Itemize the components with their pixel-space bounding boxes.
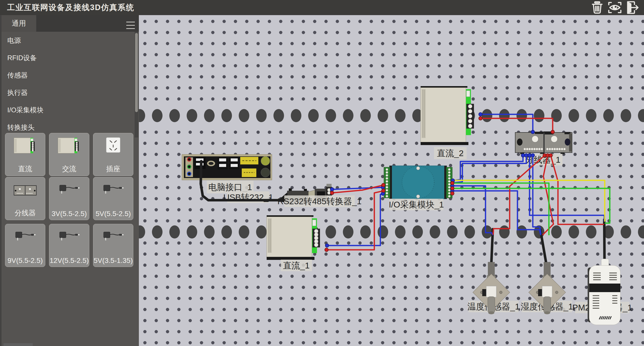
palette-card-label: 9V(5.5-2.5) — [5, 257, 45, 265]
connector-dot-red — [451, 192, 454, 195]
connector-dot-red — [330, 191, 334, 195]
palette-card-adapter-4[interactable]: 3V(5.5-2.5) — [49, 177, 89, 220]
device-label-text: 电脑接口_1 — [208, 182, 252, 192]
connector-dot-blue — [528, 154, 531, 157]
connector-dot-red — [549, 154, 552, 157]
connector-dot-red — [382, 189, 385, 192]
palette-card-splitter-3[interactable]: 分线器 — [5, 177, 45, 220]
adapter-thumb-icon — [55, 181, 83, 200]
toolbar-icons — [590, 0, 639, 15]
wire-red-14[interactable] — [551, 155, 603, 224]
psu-thumb-icon — [11, 137, 39, 156]
connector-dot-red — [325, 248, 328, 252]
connector-dot-blue — [525, 154, 528, 157]
adapter-thumb-icon — [99, 228, 127, 247]
connector-dot-blue — [330, 188, 334, 191]
adapter-thumb-icon — [99, 181, 127, 200]
device-label-text: 直流_2 — [437, 148, 464, 158]
device-pm25-sensor-8[interactable] — [588, 259, 620, 325]
device-label-3: RS232转485转换器_1 — [277, 195, 362, 207]
palette-card-adapter-5[interactable]: 5V(5.5-2.5) — [93, 177, 133, 220]
device-dc-psu-2[interactable] — [421, 86, 474, 145]
connector-dot-red — [451, 181, 454, 185]
device-label-5: 直流_1 — [281, 260, 312, 271]
palette-card-label: 3V(5.5-2.5) — [49, 210, 89, 218]
device-label-0: 直流_2 — [434, 147, 467, 159]
connector-dot-blue — [479, 113, 482, 116]
footer-strip — [4, 343, 33, 346]
palette-card-label: 5V(3.5-1.35) — [93, 257, 133, 265]
palette-card-label: 交流 — [49, 164, 89, 174]
palette-card-adapter-7[interactable]: 12V(5.5-2.5) — [49, 224, 89, 267]
adapter-thumb-icon — [55, 228, 83, 247]
device-dc-psu-3[interactable] — [267, 215, 320, 260]
palette-card-socket-2[interactable]: 插座 — [93, 133, 133, 176]
wire-green-17[interactable] — [452, 188, 610, 223]
psu-thumb-icon — [55, 137, 83, 156]
palette-card-adapter-8[interactable]: 5V(3.5-1.35) — [93, 224, 133, 267]
device-label-4: I/O采集模块_1 — [389, 199, 444, 210]
palette-card-label: 分线器 — [5, 208, 45, 218]
splitter-thumb-icon — [11, 181, 39, 200]
connector-dot-blue — [325, 244, 329, 247]
connector-dot-red — [551, 130, 554, 134]
palette-card-label: 5V(5.5-2.5) — [93, 210, 133, 218]
workspace-canvas[interactable]: 直流_2电脑接口_1USB转232_1RS232转485转换器_1I/O采集模块… — [139, 15, 644, 346]
delete-icon[interactable] — [590, 1, 604, 14]
sidebar: 通用 电源RFID设备传感器执行器I/O采集模块转换接头 直流交流插座分线器3V… — [0, 15, 139, 346]
connector-dot-red — [451, 187, 454, 190]
device-palette: 直流交流插座分线器3V(5.5-2.5)5V(5.5-2.5)9V(5.5-2.… — [2, 15, 139, 346]
palette-card-psu-1[interactable]: 交流 — [49, 133, 89, 176]
device-splitter-5[interactable] — [515, 131, 572, 154]
app-title: 工业互联网设备及接线3D仿真系统 — [7, 2, 134, 13]
connector-dot-blue — [531, 130, 535, 134]
view-icon[interactable] — [608, 1, 622, 14]
palette-card-psu-0[interactable]: 直流 — [5, 133, 45, 176]
connector-dot-red — [382, 183, 385, 187]
socket-thumb-icon — [99, 137, 127, 156]
palette-card-adapter-6[interactable]: 9V(5.5-2.5) — [5, 224, 45, 267]
palette-card-label: 直流 — [5, 164, 45, 174]
palette-card-label: 插座 — [93, 164, 133, 174]
wire-blue-4[interactable] — [453, 155, 526, 183]
adapter-thumb-icon — [11, 228, 39, 247]
connector-dot-red — [479, 117, 482, 120]
top-bar: 工业互联网设备及接线3D仿真系统 — [0, 0, 644, 15]
device-label-text: RS232转485转换器_1 — [277, 196, 362, 206]
wire-red-13[interactable] — [543, 155, 553, 235]
wire-blue-6[interactable] — [533, 155, 541, 234]
cable-3[interactable] — [604, 220, 605, 262]
palette-card-label: 12V(5.5-2.5) — [49, 257, 89, 265]
connector-dot-blue — [531, 154, 535, 157]
device-pc-panel-0[interactable] — [182, 154, 272, 180]
app-window: 工业互联网设备及接线3D仿真系统 — [0, 0, 644, 346]
exit-icon[interactable] — [625, 1, 639, 14]
device-label-text: I/O采集模块_1 — [389, 200, 444, 209]
connector-dot-blue — [521, 154, 525, 157]
device-io-module-4[interactable] — [384, 166, 452, 199]
device-label-text: 直流_1 — [283, 261, 310, 270]
